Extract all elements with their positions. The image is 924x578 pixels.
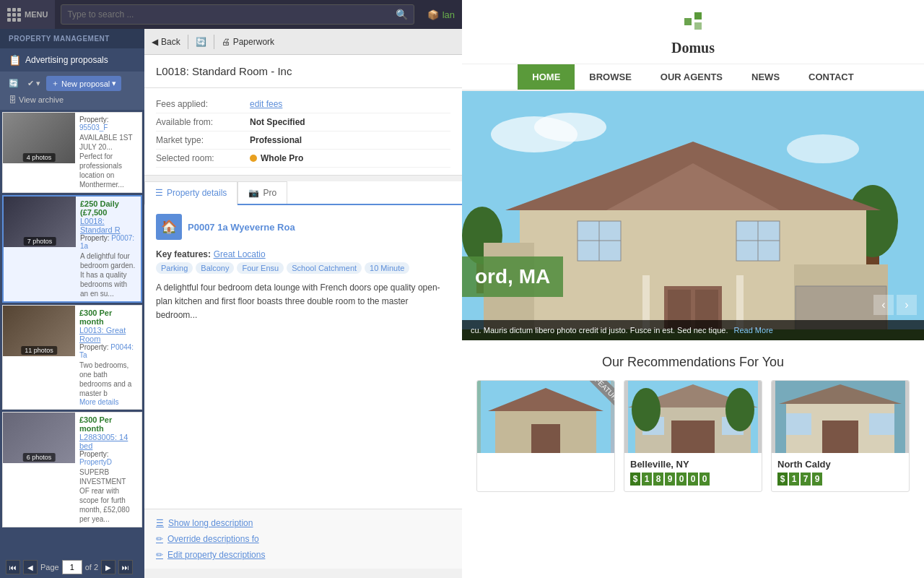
tab-property-details[interactable]: ☰ Property details [144, 181, 237, 205]
edit-fees-link[interactable]: edit fees [250, 99, 282, 109]
nav-browse[interactable]: BROWSE [575, 64, 646, 90]
next-page-button[interactable]: ▶ [101, 560, 116, 574]
show-long-desc-label: Show long description [168, 518, 253, 528]
recommendation-card[interactable]: Belleville, NY $ 1 8 9 0 0 0 [624, 380, 762, 492]
hero-house-image [462, 91, 924, 340]
check-button[interactable]: ✔▾ [25, 77, 43, 90]
left-sidebar: PROPERTY MANAGEMENT 📋 Advertising propos… [0, 0, 144, 578]
menu-button[interactable]: MENU [0, 0, 55, 29]
room-row: Selected room: Whole Pro [156, 150, 450, 168]
override-desc-link[interactable]: ✏ Override descriptions fo [156, 531, 450, 547]
new-proposal-label: New proposal [61, 79, 110, 88]
search-input[interactable] [61, 9, 389, 20]
card-price: $ 1 8 9 0 0 0 [630, 473, 756, 486]
photo-count: 7 photos [24, 237, 56, 246]
card-image [772, 381, 909, 453]
property-thumbnail: 6 photos [3, 413, 75, 463]
property-description: A delightful four bedroom deta lounge wi… [156, 281, 450, 323]
property-info: £250 Daily (£7,500 L0018: Standard R Pro… [76, 197, 141, 301]
property-info: £300 Per month L0013: Great Room Propert… [75, 306, 141, 409]
property-address-block: P0007 1a Wyeverne Roa [188, 222, 295, 233]
room-dot-icon [250, 155, 257, 162]
tabs: ☰ Property details 📷 Pro [144, 181, 462, 205]
prev-page-button[interactable]: ◀ [23, 560, 38, 574]
page-label: Page [40, 563, 59, 571]
hero-location-overlay: ord, MA [462, 256, 563, 297]
property-ref: L0018: Standard R [80, 217, 136, 234]
nav-our-agents[interactable]: OUR AGENTS [646, 64, 737, 90]
tab-list-icon: ☰ [155, 188, 163, 198]
dropdown-icon: ▾ [112, 79, 116, 88]
more-details-link[interactable]: More details [79, 398, 137, 406]
edit-property-desc-link[interactable]: ✏ Edit property descriptions [156, 547, 450, 563]
paperwork-label: Paperwork [233, 37, 274, 47]
back-label: Back [161, 37, 180, 47]
view-archive-button[interactable]: 🗄 View archive [6, 94, 66, 105]
hero-area: ord, MA cu. Mauris dictum libero photo c… [462, 91, 924, 340]
proposal-title: L0018: Standard Room - Inc [144, 55, 462, 88]
card-image: FEATURED [477, 381, 614, 453]
last-page-button[interactable]: ⏭ [118, 560, 133, 574]
hero-next-button[interactable]: › [897, 295, 917, 315]
nav-news[interactable]: NEWS [737, 64, 794, 90]
paperwork-button[interactable]: 🖨 Paperwork [222, 37, 274, 47]
recommendation-card[interactable]: FEATURED [476, 380, 615, 492]
nav-home[interactable]: HOME [518, 64, 575, 90]
fees-label: Fees applied: [156, 99, 250, 109]
hero-navigation: ‹ › [873, 295, 917, 315]
advertising-proposals-header[interactable]: 📋 Advertising proposals [0, 48, 144, 72]
list-item[interactable]: 7 photos £250 Daily (£7,500 L0018: Stand… [2, 195, 142, 303]
available-label: Available from: [156, 117, 250, 127]
print-icon: 🖨 [222, 37, 230, 47]
domus-title-text: Domus [671, 40, 715, 56]
check-icon: ✔ [27, 79, 34, 88]
back-button[interactable]: ◀ Back [152, 37, 180, 47]
property-price: £300 Per month [79, 415, 137, 433]
edit-property-desc-label: Edit property descriptions [167, 550, 265, 560]
recommendations-grid: FEATURED [476, 380, 910, 492]
logo-text: lan [443, 9, 455, 20]
tab-photos[interactable]: 📷 Pro [237, 181, 287, 204]
read-more-link[interactable]: Read More [734, 326, 773, 335]
refresh-icon: 🔄 [9, 79, 19, 88]
hero-prev-button[interactable]: ‹ [873, 295, 894, 315]
card-image [624, 381, 762, 453]
market-value: Professional [250, 135, 302, 145]
archive-icon: 🗄 [9, 95, 17, 104]
property-ref-link[interactable]: P0007 1a Wyeverne Roa [188, 222, 295, 233]
hero-caption: cu. Mauris dictum libero photo credit id… [462, 320, 924, 340]
recommendations-title: Our Recommendations For You [476, 355, 910, 370]
recommendation-card[interactable]: North Caldy $ 1 7 9 [771, 380, 910, 492]
list-item[interactable]: 11 photos £300 Per month L0013: Great Ro… [2, 305, 142, 410]
recommendations-section: Our Recommendations For You FEATURED [462, 340, 924, 506]
photo-count: 4 photos [23, 153, 56, 162]
nav-separator [188, 35, 188, 49]
refresh-button[interactable]: 🔄 [6, 77, 22, 90]
property-thumbnail: 7 photos [4, 197, 76, 247]
top-bar: MENU 🔍 📦 lan [0, 0, 462, 29]
show-long-desc-link[interactable]: ☰ Show long description [156, 515, 450, 531]
new-proposal-button[interactable]: ＋ New proposal ▾ [46, 76, 121, 91]
page-input[interactable] [62, 560, 82, 574]
domus-website: Domus HOME BROWSE OUR AGENTS NEWS CONTAC… [462, 0, 924, 578]
list-item[interactable]: 4 photos Property: 95503_F AVAILABLE 1ST… [2, 112, 142, 193]
list-item[interactable]: 6 photos £300 Per month L2883005: 14 bed… [2, 412, 142, 527]
tab-camera-icon: 📷 [248, 188, 259, 198]
first-page-button[interactable]: ⏮ [6, 560, 20, 574]
list-icon: ☰ [156, 518, 164, 528]
search-bar[interactable]: 🔍 [61, 4, 414, 25]
svg-point-5 [534, 113, 606, 142]
property-price: £300 Per month [79, 309, 137, 326]
available-row: Available from: Not Specified [156, 113, 450, 131]
refresh-nav-button[interactable]: 🔄 [196, 37, 206, 47]
property-ref: L2883005: 14 bed [79, 433, 137, 450]
proposals-icon: 📋 [9, 54, 21, 66]
nav-contact[interactable]: CONTACT [794, 64, 868, 90]
nav-separator [214, 35, 214, 49]
tag-four-ensu: Four Ensu [237, 262, 284, 274]
plus-icon: ＋ [51, 78, 59, 89]
menu-label: MENU [25, 10, 48, 19]
pencil-icon: ✏ [156, 534, 163, 544]
key-feature-link[interactable]: Great Locatio [214, 249, 266, 259]
svg-rect-36 [671, 420, 715, 453]
